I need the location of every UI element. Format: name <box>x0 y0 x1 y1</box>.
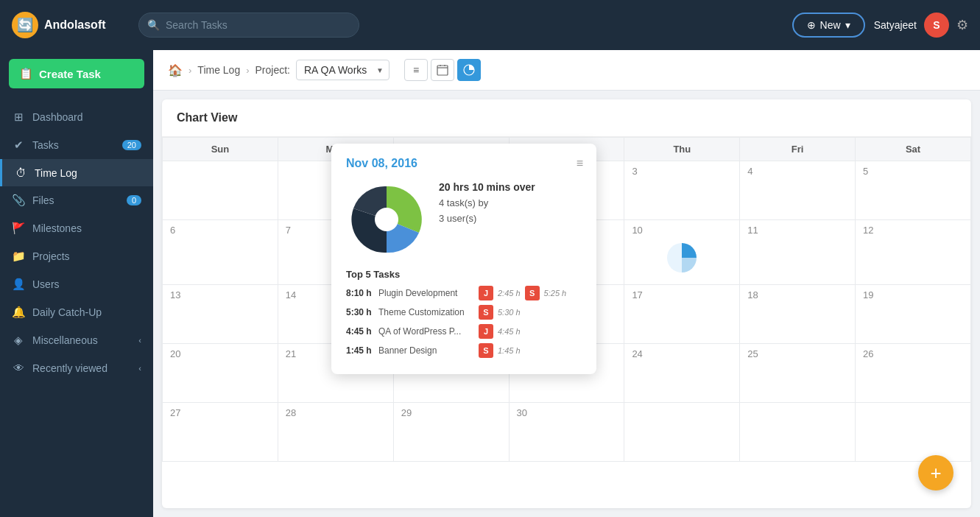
calendar-cell[interactable]: 28 <box>278 403 393 462</box>
new-button[interactable]: ⊕ New ▾ <box>792 13 865 38</box>
sidebar-item-miscellaneous[interactable]: ◈ Miscellaneous ‹ <box>0 326 153 354</box>
list-view-button[interactable]: ≡ <box>404 59 428 81</box>
brand-icon: 🔄 <box>12 12 38 38</box>
tooltip-body: 20 hrs 10 mins over 4 task(s) by 3 user(… <box>346 179 582 260</box>
calendar-cell[interactable]: 3 <box>624 161 740 220</box>
list-item: 4:45 h QA of WordPress P... J 4:45 h <box>346 324 582 339</box>
recently-viewed-icon: 👁 <box>12 362 25 374</box>
avatar[interactable]: S <box>924 13 949 38</box>
projects-icon: 📁 <box>12 250 25 263</box>
sidebar-item-users[interactable]: 👤 Users <box>0 270 153 298</box>
user-name: Satyajeet <box>874 19 917 31</box>
user-badge-j: J <box>479 324 493 339</box>
svg-rect-0 <box>437 66 448 75</box>
calendar-cell[interactable]: 5 <box>856 161 971 220</box>
calendar-cell[interactable] <box>163 161 278 220</box>
time-log-icon: ⏱ <box>14 166 27 179</box>
calendar-cell[interactable]: 4 <box>740 161 856 220</box>
calendar-cell[interactable]: 30 <box>509 403 624 462</box>
breadcrumb-sep-1: › <box>188 65 191 76</box>
tooltip-stats: 20 hrs 10 mins over 4 task(s) by 3 user(… <box>439 179 535 226</box>
view-buttons: ≡ <box>404 59 481 81</box>
files-icon: 📎 <box>12 194 25 207</box>
tooltip-popup: Nov 08, 2016 ≡ 20 hrs <box>331 144 596 374</box>
user-badge-j: J <box>479 286 493 300</box>
tooltip-pie-chart <box>346 179 427 260</box>
top-navigation: 🔄 Andolasoft 🔍 ⊕ New ▾ Satyajeet S ⚙ <box>0 0 980 50</box>
weekday-fri: Fri <box>740 138 856 161</box>
user-badge-s: S <box>525 286 540 300</box>
calendar-cell[interactable]: 13 <box>163 285 278 344</box>
search-input[interactable] <box>138 13 359 38</box>
weekday-sun: Sun <box>163 138 278 161</box>
calendar-cell[interactable]: 26 <box>856 344 971 403</box>
milestones-icon: 🚩 <box>12 222 25 235</box>
fab-button[interactable]: + <box>918 455 953 490</box>
user-area: Satyajeet S ⚙ <box>874 13 968 38</box>
calendar-cell[interactable]: 11 <box>740 220 856 285</box>
sidebar-item-files[interactable]: 📎 Files 0 <box>0 186 153 214</box>
create-task-button[interactable]: 📋 Create Task <box>9 59 144 88</box>
breadcrumb-project-label: Project: <box>255 64 290 76</box>
project-select[interactable]: RA QA Works <box>296 60 389 80</box>
breadcrumb-sep-2: › <box>246 65 249 76</box>
users-icon: 👤 <box>12 278 25 291</box>
sidebar-item-daily-catchup[interactable]: 🔔 Daily Catch-Up <box>0 298 153 326</box>
daily-catchup-icon: 🔔 <box>12 306 25 319</box>
tasks-icon: ✔ <box>12 138 25 152</box>
miscellaneous-icon: ◈ <box>12 334 25 347</box>
weekday-sat: Sat <box>856 138 971 161</box>
sidebar-item-projects[interactable]: 📁 Projects <box>0 242 153 270</box>
brand-logo: 🔄 Andolasoft <box>12 12 130 38</box>
breadcrumb-bar: 🏠 › Time Log › Project: RA QA Works ≡ <box>153 50 980 91</box>
chart-view-button[interactable] <box>457 59 481 81</box>
search-icon: 🔍 <box>147 19 160 31</box>
gear-icon[interactable]: ⚙ <box>956 17 968 33</box>
calendar-cell-10[interactable]: 10 <box>624 220 740 285</box>
calendar-cell[interactable]: 18 <box>740 285 856 344</box>
breadcrumb-time-log: Time Log <box>197 64 240 76</box>
main-layout: 📋 Create Task ⊞ Dashboard ✔ Tasks 20 ⏱ T… <box>0 50 980 517</box>
list-item: 1:45 h Banner Design S 1:45 h <box>346 343 582 358</box>
plus-icon: ⊕ <box>807 19 816 31</box>
miscellaneous-chevron-icon: ‹ <box>138 336 141 345</box>
calendar-cell[interactable] <box>624 403 740 462</box>
content-area: 🏠 › Time Log › Project: RA QA Works ≡ <box>153 50 980 517</box>
tooltip-menu-icon[interactable]: ≡ <box>577 157 583 170</box>
chart-view-header: Chart View <box>162 99 971 137</box>
recently-viewed-chevron-icon: ‹ <box>138 364 141 373</box>
calendar-cell[interactable]: 6 <box>163 220 278 285</box>
sidebar-item-time-log[interactable]: ⏱ Time Log <box>0 159 153 186</box>
mini-pie-chart <box>632 236 732 280</box>
calendar-cell[interactable]: 12 <box>856 220 971 285</box>
weekday-thu: Thu <box>624 138 740 161</box>
calendar-cell[interactable]: 20 <box>163 344 278 403</box>
sidebar-nav: ⊞ Dashboard ✔ Tasks 20 ⏱ Time Log 📎 File… <box>0 103 153 381</box>
svg-point-6 <box>375 208 398 231</box>
files-badge: 0 <box>127 195 141 205</box>
calendar-cell[interactable] <box>856 403 971 462</box>
calendar-cell[interactable] <box>740 403 856 462</box>
brand-name: Andolasoft <box>44 18 106 32</box>
calendar-cell[interactable]: 29 <box>393 403 509 462</box>
list-item: 8:10 h Plugin Development J 2:45 h S 5:2… <box>346 286 582 300</box>
top5-label: Top 5 Tasks <box>346 269 582 280</box>
tooltip-date: Nov 08, 2016 <box>346 157 582 170</box>
calendar-cell[interactable]: 17 <box>624 285 740 344</box>
sidebar-item-recently-viewed[interactable]: 👁 Recently viewed ‹ <box>0 354 153 381</box>
chevron-down-icon: ▾ <box>845 19 850 31</box>
sidebar-item-tasks[interactable]: ✔ Tasks 20 <box>0 131 153 159</box>
calendar-cell[interactable]: 25 <box>740 344 856 403</box>
sidebar-item-milestones[interactable]: 🚩 Milestones <box>0 214 153 242</box>
list-item: 5:30 h Theme Customization S 5:30 h <box>346 305 582 320</box>
calendar-cell[interactable]: 19 <box>856 285 971 344</box>
calendar-container: Chart View Sun Mon Tue Wed Thu Fri Sat <box>162 99 971 508</box>
sidebar: 📋 Create Task ⊞ Dashboard ✔ Tasks 20 ⏱ T… <box>0 50 153 517</box>
home-icon[interactable]: 🏠 <box>168 63 183 77</box>
calendar-cell[interactable]: 27 <box>163 403 278 462</box>
table-row: 27 28 29 30 <box>163 403 971 462</box>
sidebar-item-dashboard[interactable]: ⊞ Dashboard <box>0 103 153 131</box>
dashboard-icon: ⊞ <box>12 110 25 124</box>
calendar-cell[interactable]: 24 <box>624 344 740 403</box>
calendar-view-button[interactable] <box>431 59 454 81</box>
